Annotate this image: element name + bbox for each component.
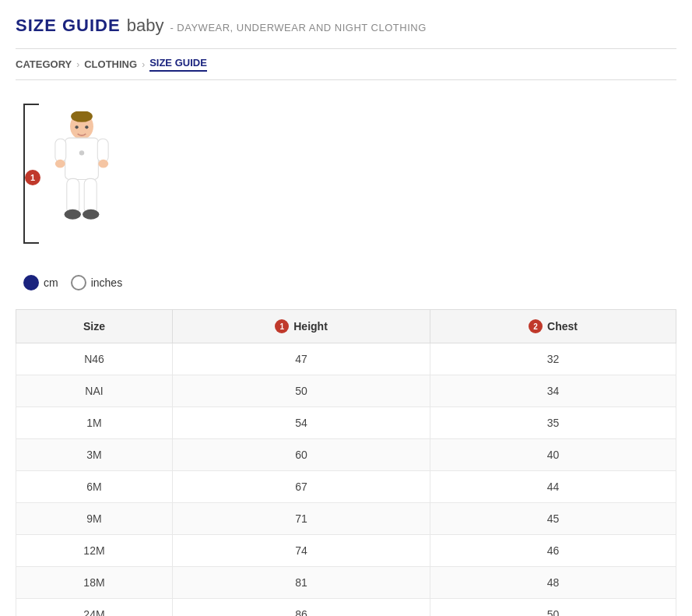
breadcrumb-separator-1: › [76,59,79,70]
cell-height: 71 [172,503,430,535]
cell-size: 1M [16,407,173,439]
cell-chest: 50 [430,599,676,617]
cell-size: NAI [16,375,173,407]
title-size-guide: SIZE GUIDE [16,16,121,36]
cell-height: 81 [172,567,430,599]
svg-rect-2 [65,138,99,179]
size-table: Size 1 Height 2 Chest N464732NAI50341M54… [16,309,676,616]
svg-point-13 [85,125,88,128]
col-height: 1 Height [172,310,430,343]
height-badge: 1 [275,319,289,333]
cell-chest: 34 [430,375,676,407]
svg-point-7 [98,160,108,168]
cell-size: 24M [16,599,173,617]
title-subtitle: - DAYWEAR, UNDERWEAR AND NIGHT CLOTHING [170,22,426,33]
cell-size: 6M [16,471,173,503]
cell-height: 74 [172,535,430,567]
cell-chest: 35 [430,407,676,439]
svg-rect-9 [84,178,97,213]
table-row: 18M8148 [16,567,676,599]
cell-chest: 44 [430,471,676,503]
cell-size: 18M [16,567,173,599]
cell-size: 12M [16,535,173,567]
inches-label: inches [91,276,122,289]
table-row: NAI5034 [16,375,676,407]
table-row: 12M7446 [16,535,676,567]
baby-figure: 1 2 [23,104,148,259]
table-row: N464732 [16,343,676,375]
table-row: 24M8650 [16,599,676,617]
cm-option[interactable]: cm [23,275,58,290]
svg-point-6 [55,160,65,168]
cell-height: 86 [172,599,430,617]
svg-rect-8 [67,178,79,213]
cell-size: N46 [16,343,173,375]
table-body: N464732NAI50341M54353M60406M67449M714512… [16,343,676,617]
svg-point-3 [79,150,84,155]
inches-option[interactable]: inches [71,275,122,290]
cell-chest: 32 [430,343,676,375]
label-height: 1 [25,170,40,185]
table-row: 6M6744 [16,471,676,503]
table-row: 1M5435 [16,407,676,439]
baby-illustration [43,111,121,236]
col-size: Size [16,310,173,343]
svg-rect-4 [55,139,66,162]
breadcrumb-separator-2: › [142,59,145,70]
cell-height: 67 [172,471,430,503]
inches-radio[interactable] [71,275,86,290]
svg-point-11 [83,209,99,220]
cell-chest: 48 [430,567,676,599]
cm-radio[interactable] [23,275,39,290]
cell-height: 47 [172,343,430,375]
title-baby: baby [127,16,164,36]
cell-size: 3M [16,439,173,471]
table-row: 9M7145 [16,503,676,535]
cell-size: 9M [16,503,173,535]
cm-label: cm [44,276,58,289]
cell-height: 60 [172,439,430,471]
breadcrumb: CATEGORY › CLOTHING › SIZE GUIDE [16,48,676,80]
unit-toggle: cm inches [16,275,676,290]
page-title: SIZE GUIDE baby - DAYWEAR, UNDERWEAR AND… [16,16,676,36]
col-chest: 2 Chest [430,310,676,343]
cell-chest: 40 [430,439,676,471]
cell-height: 50 [172,375,430,407]
breadcrumb-clothing[interactable]: CLOTHING [84,58,137,70]
page-container: SIZE GUIDE baby - DAYWEAR, UNDERWEAR AND… [0,0,692,616]
breadcrumb-category[interactable]: CATEGORY [16,58,72,70]
svg-rect-5 [97,139,108,162]
cell-chest: 45 [430,503,676,535]
svg-point-12 [75,125,78,128]
breadcrumb-size-guide[interactable]: SIZE GUIDE [149,57,207,72]
table-header-row: Size 1 Height 2 Chest [16,310,676,343]
cell-height: 54 [172,407,430,439]
table-row: 3M6040 [16,439,676,471]
cell-chest: 46 [430,535,676,567]
svg-point-10 [65,209,81,220]
illustration-section: 1 2 [16,104,676,259]
chest-badge: 2 [529,319,543,333]
